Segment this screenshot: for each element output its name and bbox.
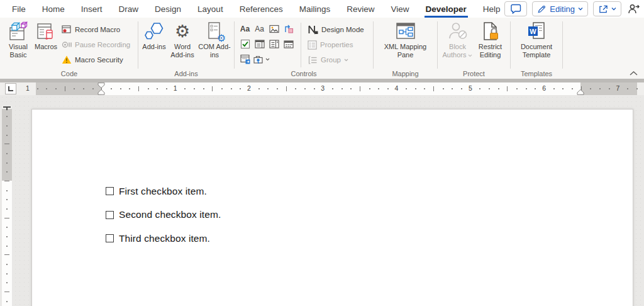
word-addins-label: Word Add-ins <box>167 43 198 59</box>
building-block-gallery-button[interactable] <box>281 21 296 37</box>
tab-references[interactable]: References <box>231 0 291 18</box>
tab-help[interactable]: Help <box>475 0 509 18</box>
ruler-dot <box>562 88 564 89</box>
comments-button[interactable] <box>504 1 527 16</box>
vruler-tick <box>6 135 8 136</box>
group-button[interactable]: Group <box>305 52 367 67</box>
document-page[interactable]: First checkbox item.Second checkbox item… <box>31 109 633 306</box>
tab-developer[interactable]: Developer <box>418 0 475 18</box>
document-template-button[interactable]: W Document Template <box>514 18 558 59</box>
repeating-section-control-button[interactable] <box>238 52 252 67</box>
editing-mode-button[interactable]: Editing <box>532 1 588 16</box>
design-mode-button[interactable]: Design Mode <box>305 22 367 37</box>
ruler-dot <box>498 88 499 89</box>
building-block-icon <box>284 24 294 34</box>
com-addins-button[interactable]: ⚙ COM Add-ins <box>198 18 231 59</box>
record-macro-button[interactable]: Record Macro <box>59 22 133 37</box>
tabbar-right-controls: Editing <box>504 1 641 16</box>
addins-label: Add-ins <box>142 43 165 51</box>
tab-file[interactable]: File <box>4 0 34 18</box>
addins-button[interactable]: Add-ins <box>142 18 167 51</box>
document-body: First checkbox item.Second checkbox item… <box>106 184 576 256</box>
macros-button[interactable]: Macros <box>33 18 59 51</box>
group-separator <box>234 21 235 69</box>
ruler-dot <box>240 88 241 89</box>
vruler-tick <box>4 254 9 255</box>
rich-text-control-button[interactable]: Aa <box>238 21 252 37</box>
block-authors-button[interactable]: Block Authors <box>441 18 474 59</box>
tab-review[interactable]: Review <box>338 0 382 18</box>
ruler-number: 1 <box>174 84 177 93</box>
visual-basic-button[interactable]: Visual Basic <box>4 18 33 59</box>
share-button[interactable] <box>593 1 621 16</box>
tab-view[interactable]: View <box>382 0 417 18</box>
group-protect: Block Authors Restrict Editing Protect <box>438 18 509 79</box>
ruler-dot <box>516 88 518 89</box>
group-addins: Add-ins ⚙ Word Add-ins ⚙ COM Add- <box>139 18 233 79</box>
ruler-tick <box>433 86 434 91</box>
checkbox-content-control[interactable] <box>106 187 114 195</box>
tab-design[interactable]: Design <box>147 0 189 18</box>
xml-mapping-pane-button[interactable]: XML Mapping Pane <box>378 18 433 59</box>
vruler-tick <box>6 301 8 302</box>
tab-draw[interactable]: Draw <box>111 0 147 18</box>
ruler-tick <box>138 86 139 91</box>
restrict-editing-button[interactable]: Restrict Editing <box>474 18 507 59</box>
legacy-tools-button[interactable] <box>252 52 281 67</box>
dropdown-list-control-button[interactable] <box>267 37 281 52</box>
vruler-tick <box>6 190 8 191</box>
right-indent-marker[interactable] <box>577 82 584 95</box>
tab-mailings[interactable]: Mailings <box>291 0 339 18</box>
presenter-button[interactable] <box>626 1 641 17</box>
ruler-dot <box>92 88 94 89</box>
collapse-ribbon-button[interactable] <box>628 70 639 77</box>
vruler-tick <box>4 181 9 181</box>
tab-home[interactable]: Home <box>34 0 73 18</box>
group-label-code: Code <box>1 70 137 77</box>
repeating-section-icon <box>240 54 250 64</box>
ruler-dot <box>627 88 628 89</box>
share-icon <box>598 4 608 14</box>
checkbox-content-control[interactable] <box>106 234 114 242</box>
left-tab-icon <box>8 86 13 91</box>
ruler-dot <box>46 88 47 89</box>
ribbon-tabs: FileHomeInsertDrawDesignLayoutReferences… <box>0 0 509 18</box>
ribbon-tab-bar: FileHomeInsertDrawDesignLayoutReferences… <box>0 0 644 18</box>
tab-layout[interactable]: Layout <box>189 0 231 18</box>
picture-control-button[interactable] <box>267 21 281 37</box>
checkbox-check-icon <box>240 39 250 49</box>
vruler-tick <box>6 227 8 228</box>
properties-button[interactable]: Properties <box>305 37 367 52</box>
word-addins-button[interactable]: ⚙ Word Add-ins <box>167 18 198 59</box>
word-window: FileHomeInsertDrawDesignLayoutReferences… <box>0 0 644 306</box>
ruler-dot <box>83 88 84 89</box>
combo-box-control-button[interactable] <box>252 37 267 52</box>
tab-selector-button[interactable] <box>5 83 16 94</box>
vruler-tick <box>6 171 8 173</box>
design-mode-label: Design Mode <box>321 26 364 33</box>
pause-recording-button[interactable]: Pause Recording <box>59 37 133 52</box>
ruler-dot <box>369 88 370 89</box>
indent-markers[interactable] <box>97 82 105 95</box>
group-label-addins: Add-ins <box>139 70 233 77</box>
tab-insert[interactable]: Insert <box>73 0 111 18</box>
ruler-dot <box>203 88 204 89</box>
ruler-dot <box>350 88 352 89</box>
group-separator <box>510 21 511 69</box>
ruler-dot <box>129 88 130 89</box>
ruler-dot <box>314 88 315 89</box>
calendar-icon <box>284 39 294 49</box>
ruler-dot <box>231 88 232 89</box>
checkbox-content-control[interactable] <box>106 211 114 219</box>
design-mode-icon <box>308 25 318 35</box>
ruler-dot <box>194 88 195 89</box>
checkbox-control-button[interactable] <box>238 37 252 52</box>
plain-text-control-button[interactable]: Aa <box>252 21 267 37</box>
group-label-controls: Controls <box>235 70 372 77</box>
group-code: Visual Basic Macros <box>1 18 137 79</box>
date-picker-control-button[interactable] <box>281 37 296 52</box>
macro-security-button[interactable]: Macro Security <box>59 52 133 67</box>
controls-divider <box>301 23 301 67</box>
vruler-tick <box>6 246 8 247</box>
group-separator <box>373 21 374 69</box>
